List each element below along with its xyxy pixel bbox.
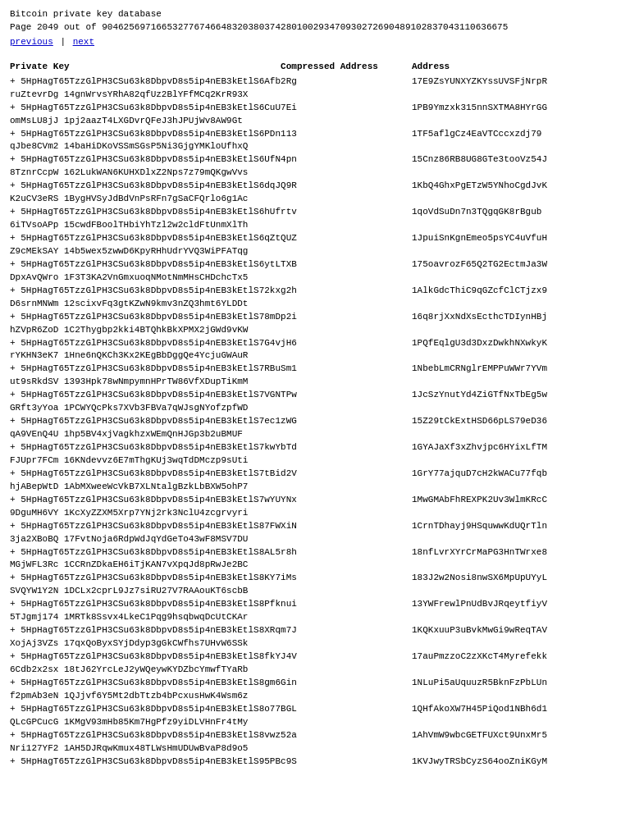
entry-row-2-1: omMsLU8jJ 1pj2aazT4LXGDvrQFeJ3hJPUjWv8AW…	[10, 115, 620, 128]
entry-row-2-6: Z9cMEkSAY 14b5wex5zwwD6KpyRHhUdrYVQ3WiPF…	[10, 245, 620, 258]
entry-row-1-26: + 5HpHagT65TzzGlPH3CSu63k8DbpvD8s5ip4nEB…	[10, 756, 620, 769]
entry-row-1-14: + 5HpHagT65TzzGlPH3CSu63k8DbpvD8s5ip4nEB…	[10, 441, 620, 454]
entry-row-1-3: + 5HpHagT65TzzGlPH3CSu63k8DbpvD8s5ip4nEB…	[10, 153, 620, 167]
entry-row-1-1: + 5HpHagT65TzzGlPH3CSu63k8DbpvD8s5ip4nEB…	[10, 102, 620, 115]
key-line2-6: Z9cMEkSAY 14b5wex5zwwD6KpyRHhUdrYVQ3WiPF…	[10, 245, 412, 258]
key-line2-0: ruZtevrDg 14gnWrvsYRhA82qfUz2BlYFfMCq2Kr…	[10, 89, 412, 102]
entry-row-2-23: f2pmAb3eN 1QJjvf6Y5Mt2dbTtzb4bPcxusHwK4W…	[10, 690, 620, 703]
key-line2-21: XojAj3VZs 17qxQoByxSYjDdyp3gGkCWfhs7UHvW…	[10, 637, 412, 651]
addr-18: 18nfLvrXYrCrMaPG3HnTWrxe8	[412, 546, 547, 559]
entry-row-1-10: + 5HpHagT65TzzGlPH3CSu63k8DbpvD8s5ip4nEB…	[10, 337, 620, 350]
key-line1-10: + 5HpHagT65TzzGlPH3CSu63k8DbpvD8s5ip4nEB…	[10, 337, 412, 350]
entry-row-2-11: ut9sRkdSV 1393Hpk78wNmpymnHPrTW86VfXDupT…	[10, 376, 620, 389]
entry-row-1-23: + 5HpHagT65TzzGlPH3CSu63k8DbpvD8s5ip4nEB…	[10, 677, 620, 690]
key-line1-0: + 5HpHagT65TzzGlPH3CSu63k8DbpvD8s5ip4nEB…	[10, 75, 412, 89]
page-info: Page 2049 out of 90462569716653277674664…	[10, 21, 620, 34]
page-container: Bitcoin private key database Page 2049 o…	[10, 8, 620, 768]
key-line1-6: + 5HpHagT65TzzGlPH3CSu63k8DbpvD8s5ip4nEB…	[10, 232, 412, 245]
entry-row-2-18: MGjWFL3Rc 1CCRnZDkaEH6iTjKAN7vXpqJd8pRwJ…	[10, 559, 620, 572]
entry-row-2-17: 3ja2XBoBQ 17FvtNoja6RdpWdJqYdGeTo43wF8MS…	[10, 533, 620, 546]
entry-row-1-4: + 5HpHagT65TzzGlPH3CSu63k8DbpvD8s5ip4nEB…	[10, 180, 620, 193]
entry-row-1-9: + 5HpHagT65TzzGlPH3CSu63k8DbpvD8s5ip4nEB…	[10, 311, 620, 324]
key-line1-3: + 5HpHagT65TzzGlPH3CSu63k8DbpvD8s5ip4nEB…	[10, 153, 412, 167]
key-line1-13: + 5HpHagT65TzzGlPH3CSu63k8DbpvD8s5ip4nEB…	[10, 415, 412, 428]
addr-23: 1NLuPi5aUquuzR5BknFzPbLUn	[412, 677, 547, 690]
key-line1-20: + 5HpHagT65TzzGlPH3CSu63k8DbpvD8s5ip4nEB…	[10, 598, 412, 611]
entry-21: + 5HpHagT65TzzGlPH3CSu63k8DbpvD8s5ip4nEB…	[10, 624, 620, 651]
entry-row-1-21: + 5HpHagT65TzzGlPH3CSu63k8DbpvD8s5ip4nEB…	[10, 624, 620, 637]
key-line1-2: + 5HpHagT65TzzGlPH3CSu63k8DbpvD8s5ip4nEB…	[10, 128, 412, 141]
key-line1-1: + 5HpHagT65TzzGlPH3CSu63k8DbpvD8s5ip4nEB…	[10, 102, 412, 115]
addr-15: 1GrY77ajquD7cH2kWACu77fqb	[412, 468, 547, 481]
col-header-private-key: Private Key Compressed Address	[10, 61, 412, 74]
addr-16: 1MwGMAbFhREXPK2Uv3WlmKRcC	[412, 494, 547, 507]
entry-16: + 5HpHagT65TzzGlPH3CSu63k8DbpvD8s5ip4nEB…	[10, 494, 620, 520]
key-line2-10: rYKHN3eK7 1Hne6nQKCh3Kx2KEgBbDggQe4YcjuG…	[10, 349, 412, 363]
key-line1-5: + 5HpHagT65TzzGlPH3CSu63k8DbpvD8s5ip4nEB…	[10, 206, 412, 219]
entry-row-2-8: D6srnMNWm 12scixvFq3gtKZwN9kmv3nZQ3hmt6Y…	[10, 298, 620, 311]
columns-header: Private Key Compressed Address Address	[10, 61, 620, 74]
entry-0: + 5HpHagT65TzzGlPH3CSu63k8DbpvD8s5ip4nEB…	[10, 75, 620, 102]
entry-26: + 5HpHagT65TzzGlPH3CSu63k8DbpvD8s5ip4nEB…	[10, 756, 620, 769]
entry-row-1-8: + 5HpHagT65TzzGlPH3CSu63k8DbpvD8s5ip4nEB…	[10, 285, 620, 298]
entry-row-2-9: hZVpR6ZoD 1C2Thygbp2kki4BTQhkBkXPMX2jGWd…	[10, 324, 620, 337]
entry-row-2-15: hjABepWtD 1AbMXweeWcVkB7XLNtalgBzkLbBXW5…	[10, 481, 620, 494]
entry-row-1-12: + 5HpHagT65TzzGlPH3CSu63k8DbpvD8s5ip4nEB…	[10, 389, 620, 402]
entry-row-2-5: 6iTVsoAPp 15cwdFBoolTHbiYhTzl2w2cldFtUnm…	[10, 219, 620, 232]
entry-12: + 5HpHagT65TzzGlPH3CSu63k8DbpvD8s5ip4nEB…	[10, 389, 620, 415]
entry-6: + 5HpHagT65TzzGlPH3CSu63k8DbpvD8s5ip4nEB…	[10, 232, 620, 258]
key-line1-8: + 5HpHagT65TzzGlPH3CSu63k8DbpvD8s5ip4nEB…	[10, 285, 412, 298]
key-line2-22: 6Cdb2x2sx 18tJ62YrcLeJ2yWQeywKYDZbcYmwfT…	[10, 664, 412, 677]
key-line2-11: ut9sRkdSV 1393Hpk78wNmpymnHPrTW86VfXDupT…	[10, 376, 412, 389]
key-line1-7: + 5HpHagT65TzzGlPH3CSu63k8DbpvD8s5ip4nEB…	[10, 258, 412, 272]
key-line1-15: + 5HpHagT65TzzGlPH3CSu63k8DbpvD8s5ip4nEB…	[10, 468, 412, 481]
entry-row-2-3: 8TznrCcpW 162LukWAN6KUHXDlxZ2Nps7z79mQKg…	[10, 167, 620, 180]
key-line2-2: qJbe8CVm2 14baHiDKoVSSmSGsP5Ni3GjgYMKloU…	[10, 140, 412, 153]
key-line2-4: K2uCV3eRS 1BygHVSyJdBdVnPsRFn7gSaCFQrlo6…	[10, 193, 412, 206]
entry-22: + 5HpHagT65TzzGlPH3CSu63k8DbpvD8s5ip4nEB…	[10, 651, 620, 677]
previous-link[interactable]: previous	[10, 37, 53, 47]
key-line1-17: + 5HpHagT65TzzGlPH3CSu63k8DbpvD8s5ip4nEB…	[10, 520, 412, 533]
addr-26: 1KVJwyTRSbCyzS64ooZniKGyM	[412, 756, 547, 769]
entry-5: + 5HpHagT65TzzGlPH3CSu63k8DbpvD8s5ip4nEB…	[10, 206, 620, 232]
key-line2-17: 3ja2XBoBQ 17FvtNoja6RdpWdJqYdGeTo43wF8MS…	[10, 533, 412, 546]
entry-10: + 5HpHagT65TzzGlPH3CSu63k8DbpvD8s5ip4nEB…	[10, 337, 620, 363]
addr-14: 1GYAJaXf3xZhvjpc6HYixLfTM	[412, 441, 547, 454]
entry-23: + 5HpHagT65TzzGlPH3CSu63k8DbpvD8s5ip4nEB…	[10, 677, 620, 703]
key-line1-4: + 5HpHagT65TzzGlPH3CSu63k8DbpvD8s5ip4nEB…	[10, 180, 412, 193]
entry-row-2-25: Nri127YF2 1AH5DJRqwKmux48TLWsHmUDUwBvaP8…	[10, 742, 620, 756]
entry-row-1-19: + 5HpHagT65TzzGlPH3CSu63k8DbpvD8s5ip4nEB…	[10, 572, 620, 585]
addr-25: 1AhVmW9wbcGETFUXct9UnxMr5	[412, 729, 547, 742]
entry-15: + 5HpHagT65TzzGlPH3CSu63k8DbpvD8s5ip4nEB…	[10, 468, 620, 494]
addr-22: 17auPmzzoC2zXKcT4Myrefekk	[412, 651, 547, 664]
entry-row-1-22: + 5HpHagT65TzzGlPH3CSu63k8DbpvD8s5ip4nEB…	[10, 651, 620, 664]
key-line2-15: hjABepWtD 1AbMXweeWcVkB7XLNtalgBzkLbBXW5…	[10, 481, 412, 494]
key-line2-23: f2pmAb3eN 1QJjvf6Y5Mt2dbTtzb4bPcxusHwK4W…	[10, 690, 412, 703]
entry-row-2-0: ruZtevrDg 14gnWrvsYRhA82qfUz2BlYFfMCq2Kr…	[10, 89, 620, 102]
entry-row-1-6: + 5HpHagT65TzzGlPH3CSu63k8DbpvD8s5ip4nEB…	[10, 232, 620, 245]
entry-24: + 5HpHagT65TzzGlPH3CSu63k8DbpvD8s5ip4nEB…	[10, 703, 620, 729]
key-line2-19: SVQYW1Y2N 1DCLx2cprL9Jz7siRU27V7RAAouKT6…	[10, 585, 412, 598]
entry-20: + 5HpHagT65TzzGlPH3CSu63k8DbpvD8s5ip4nEB…	[10, 598, 620, 624]
addr-5: 1qoVdSuDn7n3TQgqGK8rBgub	[412, 206, 541, 219]
entry-row-2-14: FJUpr7FCm 16KNdevvz6E7mThgKUj3wqTdDMczp9…	[10, 454, 620, 468]
key-line1-23: + 5HpHagT65TzzGlPH3CSu63k8DbpvD8s5ip4nEB…	[10, 677, 412, 690]
key-line1-22: + 5HpHagT65TzzGlPH3CSu63k8DbpvD8s5ip4nEB…	[10, 651, 412, 664]
key-line1-24: + 5HpHagT65TzzGlPH3CSu63k8DbpvD8s5ip4nEB…	[10, 703, 412, 716]
entry-9: + 5HpHagT65TzzGlPH3CSu63k8DbpvD8s5ip4nEB…	[10, 311, 620, 337]
entry-19: + 5HpHagT65TzzGlPH3CSu63k8DbpvD8s5ip4nEB…	[10, 572, 620, 598]
entry-row-2-16: 9DguMH6VY 1KcXyZZXM5Xrp7YNj2rk3NclU4zcgr…	[10, 507, 620, 520]
entry-14: + 5HpHagT65TzzGlPH3CSu63k8DbpvD8s5ip4nEB…	[10, 441, 620, 468]
nav-links: previous | next	[10, 36, 620, 49]
entry-row-1-24: + 5HpHagT65TzzGlPH3CSu63k8DbpvD8s5ip4nEB…	[10, 703, 620, 716]
entry-row-2-7: DpxAvQWro 1F3T3KA2VnGmxuoqNMotNmMHsCHDch…	[10, 272, 620, 285]
addr-11: 1NbebLmCRNglrEMPPuWWr7YVm	[412, 363, 547, 376]
col-header-address: Address	[412, 61, 450, 74]
entry-row-1-0: + 5HpHagT65TzzGlPH3CSu63k8DbpvD8s5ip4nEB…	[10, 75, 620, 89]
key-line1-21: + 5HpHagT65TzzGlPH3CSu63k8DbpvD8s5ip4nEB…	[10, 624, 412, 637]
key-line2-25: Nri127YF2 1AH5DJRqwKmux48TLWsHmUDUwBvaP8…	[10, 742, 412, 756]
entry-row-1-7: + 5HpHagT65TzzGlPH3CSu63k8DbpvD8s5ip4nEB…	[10, 258, 620, 272]
addr-21: 1KQKxuuP3uBvkMwGi9wReqTAV	[412, 624, 547, 637]
addr-3: 15Cnz86RB8UG8GTe3tooVz54J	[412, 153, 547, 167]
next-link[interactable]: next	[73, 37, 94, 47]
